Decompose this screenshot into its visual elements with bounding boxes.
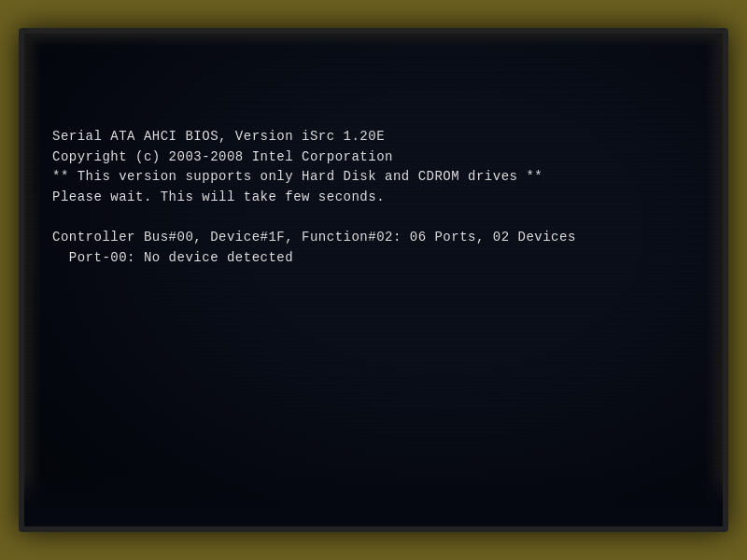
- bios-output: Serial ATA AHCI BIOS, Version iSrc 1.20E…: [52, 127, 695, 269]
- bezel-left: [24, 34, 41, 526]
- screen-background: [24, 34, 723, 526]
- bios-line-4: Please wait. This will take few seconds.: [52, 188, 695, 208]
- bios-line-2: Copyright (c) 2003-2008 Intel Corporatio…: [52, 147, 695, 168]
- bios-line-3: ** This version supports only Hard Disk …: [52, 167, 695, 188]
- monitor-frame: Serial ATA AHCI BIOS, Version iSrc 1.20E…: [19, 28, 728, 532]
- bios-line-6: Port-00: No device detected: [52, 248, 695, 269]
- bezel-bottom: [24, 470, 723, 526]
- bios-line-5: Controller Bus#00, Device#1F, Function#0…: [52, 228, 695, 248]
- bezel-top: [24, 34, 723, 47]
- bios-line-blank: [52, 208, 695, 229]
- bezel-right: [706, 34, 723, 526]
- bios-line-1: Serial ATA AHCI BIOS, Version iSrc 1.20E: [52, 127, 695, 147]
